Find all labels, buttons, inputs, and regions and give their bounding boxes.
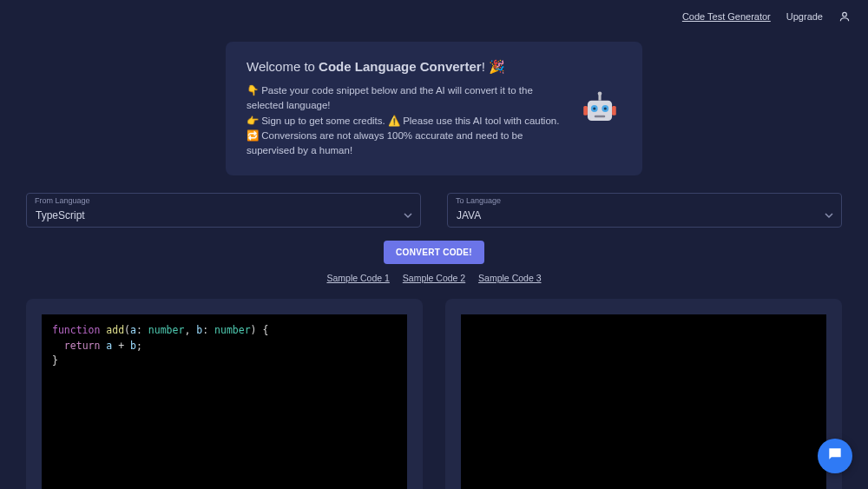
punct-close-brace: } — [52, 354, 58, 367]
punct-semi: ; — [136, 340, 142, 352]
svg-point-8 — [593, 108, 595, 110]
to-language-wrap: To Language JAVA — [447, 193, 842, 228]
punct-comma: , — [184, 324, 196, 336]
convert-row: CONVERT CODE! — [0, 241, 868, 264]
svg-rect-5 — [612, 106, 616, 116]
keyword-return: return — [64, 340, 101, 352]
sample-code-3-link[interactable]: Sample Code 3 — [478, 273, 541, 283]
keyword-function: function — [52, 324, 100, 336]
welcome-title-bold: Code Language Converter — [319, 59, 482, 74]
punct-plus: + — [112, 340, 130, 352]
param-a: a — [130, 324, 136, 336]
sample-code-1-link[interactable]: Sample Code 1 — [326, 273, 389, 283]
profile-icon[interactable] — [838, 10, 851, 23]
sample-code-2-link[interactable]: Sample Code 2 — [403, 273, 465, 283]
type-number: number — [148, 324, 185, 336]
welcome-title-suffix: ! 🎉 — [482, 59, 505, 74]
language-select-row: From Language TypeScript To Language JAV… — [0, 193, 868, 228]
chat-button[interactable] — [818, 439, 852, 473]
welcome-title-prefix: Welcome to — [247, 59, 319, 74]
indent — [52, 340, 64, 352]
to-language-label: To Language — [456, 196, 501, 205]
punct-colon: : — [202, 324, 214, 336]
welcome-line-3: 🔁 Conversions are not always 100% accura… — [247, 129, 561, 159]
svg-rect-2 — [598, 96, 601, 101]
punct-close-sig: ) { — [251, 324, 269, 336]
welcome-line-1: 👇 Paste your code snippet below and the … — [247, 83, 561, 114]
chat-icon — [826, 446, 844, 466]
function-name: add — [100, 324, 124, 336]
sample-links-row: Sample Code 1 Sample Code 2 Sample Code … — [0, 273, 868, 283]
from-language-label: From Language — [35, 196, 90, 205]
source-code-editor[interactable]: function add(a: number, b: number) { ret… — [42, 314, 407, 489]
svg-point-0 — [843, 12, 847, 17]
top-nav: Code Test Generator Upgrade — [0, 0, 868, 33]
source-editor-panel: function add(a: number, b: number) { ret… — [26, 299, 423, 489]
welcome-line-2: 👉 Sign up to get some credits. ⚠️ Please… — [247, 114, 561, 129]
code-line-1: function add(a: number, b: number) { — [52, 323, 397, 338]
var-b: b — [130, 340, 136, 352]
target-code-editor[interactable] — [461, 314, 826, 489]
type-number: number — [214, 324, 251, 336]
upgrade-link[interactable]: Upgrade — [786, 11, 823, 22]
code-line-3: } — [52, 354, 397, 368]
welcome-text-block: Welcome to Code Language Converter! 🎉 👇 … — [247, 59, 561, 158]
svg-point-9 — [604, 108, 607, 110]
code-test-generator-link[interactable]: Code Test Generator — [682, 11, 771, 22]
svg-rect-3 — [588, 101, 612, 121]
punct-colon: : — [136, 324, 148, 336]
robot-icon — [578, 87, 621, 130]
from-language-wrap: From Language TypeScript — [26, 193, 421, 228]
convert-code-button[interactable]: CONVERT CODE! — [384, 241, 484, 264]
editors-row: function add(a: number, b: number) { ret… — [0, 299, 868, 489]
svg-rect-10 — [595, 116, 606, 117]
to-language-select[interactable]: JAVA — [447, 193, 842, 228]
welcome-card: Welcome to Code Language Converter! 🎉 👇 … — [226, 42, 642, 175]
punct-open: ( — [124, 324, 130, 336]
target-editor-panel — [445, 299, 842, 489]
welcome-title: Welcome to Code Language Converter! 🎉 — [247, 59, 561, 75]
svg-rect-4 — [583, 106, 588, 116]
code-line-2: return a + b; — [52, 339, 397, 354]
